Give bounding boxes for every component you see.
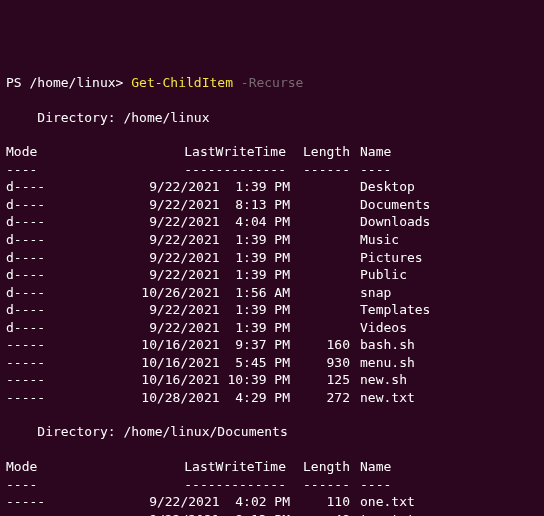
file-row: ----- 10/28/2021 4:29 PM272 new.txt [6, 389, 538, 407]
file-row: d---- 9/22/2021 1:39 PM Videos [6, 319, 538, 337]
directory-line: Directory: /home/linux/Documents [6, 423, 538, 441]
file-name: Music [360, 231, 399, 249]
file-mode: d---- [6, 178, 110, 196]
file-name: Templates [360, 301, 430, 319]
file-row: d---- 10/26/2021 1:56 AM snap [6, 284, 538, 302]
file-row: d---- 9/22/2021 1:39 PM Desktop [6, 178, 538, 196]
file-mode: d---- [6, 213, 110, 231]
file-length: 272 [286, 389, 350, 407]
header-length: Length [286, 143, 350, 161]
directory-label: Directory: [6, 109, 123, 127]
file-name: one.txt [360, 493, 415, 511]
file-name: Public [360, 266, 407, 284]
file-name: Documents [360, 196, 430, 214]
prompt-path: /home/linux> [29, 75, 131, 90]
file-row: d---- 9/22/2021 8:13 PM Documents [6, 196, 538, 214]
directory-path: /home/linux/Documents [123, 424, 287, 439]
file-mode: ----- [6, 389, 110, 407]
file-row: d---- 9/22/2021 1:39 PM Pictures [6, 249, 538, 267]
file-name: bash.sh [360, 336, 415, 354]
file-name: two.txt [360, 511, 415, 516]
header-lastwritetime: LastWriteTime [110, 143, 286, 161]
file-row: ----- 10/16/2021 5:45 PM930 menu.sh [6, 354, 538, 372]
header-mode: Mode [6, 458, 110, 476]
file-lastwritetime: 9/22/2021 1:39 PM [110, 231, 286, 249]
file-lastwritetime: 9/22/2021 8:13 PM [110, 196, 286, 214]
file-name: Downloads [360, 213, 430, 231]
prompt-line: PS /home/linux> Get-ChildItem -Recurse [6, 74, 538, 92]
file-lastwritetime: 9/22/2021 4:02 PM [110, 493, 286, 511]
header-length: Length [286, 458, 350, 476]
header-name: Name [360, 458, 391, 476]
file-length: 125 [286, 371, 350, 389]
file-mode: ----- [6, 493, 110, 511]
file-lastwritetime: 9/22/2021 8:13 PM [110, 511, 286, 516]
file-mode: ----- [6, 354, 110, 372]
column-headers: ModeLastWriteTimeLength Name [6, 458, 538, 476]
directory-line: Directory: /home/linux [6, 109, 538, 127]
file-lastwritetime: 9/22/2021 1:39 PM [110, 319, 286, 337]
column-underlines: ----------------------- ---- [6, 161, 538, 179]
file-mode: d---- [6, 319, 110, 337]
command: Get-ChildItem [131, 75, 241, 90]
file-name: Desktop [360, 178, 415, 196]
header-mode: Mode [6, 143, 110, 161]
file-mode: ----- [6, 511, 110, 516]
file-length: 110 [286, 493, 350, 511]
column-headers: ModeLastWriteTimeLength Name [6, 143, 538, 161]
file-name: menu.sh [360, 354, 415, 372]
directory-label: Directory: [6, 423, 123, 441]
header-lastwritetime: LastWriteTime [110, 458, 286, 476]
file-row: d---- 9/22/2021 4:04 PM Downloads [6, 213, 538, 231]
file-lastwritetime: 10/16/2021 5:45 PM [110, 354, 286, 372]
file-mode: d---- [6, 249, 110, 267]
file-row: ----- 10/16/2021 9:37 PM160 bash.sh [6, 336, 538, 354]
file-name: new.sh [360, 371, 407, 389]
file-mode: ----- [6, 371, 110, 389]
header-name: Name [360, 143, 391, 161]
file-mode: d---- [6, 284, 110, 302]
file-row: d---- 9/22/2021 1:39 PM Templates [6, 301, 538, 319]
directory-path: /home/linux [123, 110, 209, 125]
file-lastwritetime: 9/22/2021 1:39 PM [110, 301, 286, 319]
file-lastwritetime: 10/26/2021 1:56 AM [110, 284, 286, 302]
column-underlines: ----------------------- ---- [6, 476, 538, 494]
file-row: d---- 9/22/2021 1:39 PM Public [6, 266, 538, 284]
file-mode: d---- [6, 231, 110, 249]
file-row: ----- 9/22/2021 4:02 PM110 one.txt [6, 493, 538, 511]
command-arg: -Recurse [241, 75, 304, 90]
file-row: ----- 10/16/2021 10:39 PM125 new.sh [6, 371, 538, 389]
file-name: Pictures [360, 249, 423, 267]
file-length: 930 [286, 354, 350, 372]
file-lastwritetime: 9/22/2021 1:39 PM [110, 178, 286, 196]
file-lastwritetime: 10/16/2021 9:37 PM [110, 336, 286, 354]
file-mode: ----- [6, 336, 110, 354]
file-lastwritetime: 9/22/2021 4:04 PM [110, 213, 286, 231]
file-length: 48 [286, 511, 350, 516]
file-name: Videos [360, 319, 407, 337]
file-row: ----- 9/22/2021 8:13 PM48 two.txt [6, 511, 538, 516]
file-lastwritetime: 10/16/2021 10:39 PM [110, 371, 286, 389]
file-mode: d---- [6, 301, 110, 319]
terminal-output[interactable]: PS /home/linux> Get-ChildItem -Recurse D… [6, 74, 538, 516]
file-mode: d---- [6, 196, 110, 214]
file-row: d---- 9/22/2021 1:39 PM Music [6, 231, 538, 249]
file-name: snap [360, 284, 391, 302]
file-length: 160 [286, 336, 350, 354]
file-lastwritetime: 10/28/2021 4:29 PM [110, 389, 286, 407]
file-name: new.txt [360, 389, 415, 407]
file-lastwritetime: 9/22/2021 1:39 PM [110, 249, 286, 267]
file-mode: d---- [6, 266, 110, 284]
prompt-ps: PS [6, 75, 29, 90]
file-lastwritetime: 9/22/2021 1:39 PM [110, 266, 286, 284]
